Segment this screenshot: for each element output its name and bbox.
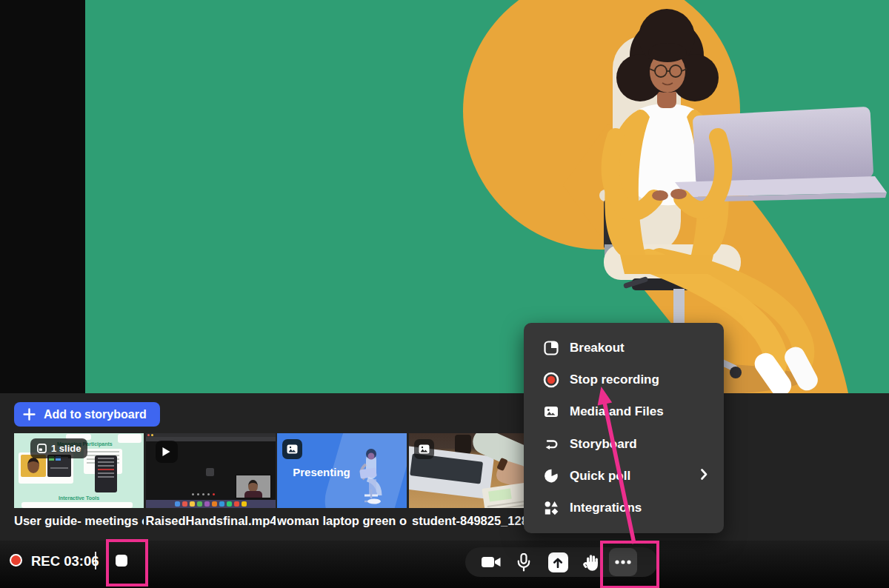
menu-item-breakout[interactable]: Breakout xyxy=(524,332,724,364)
raise-hand-icon xyxy=(583,553,601,572)
menu-item-media-and-files[interactable]: Media and Files xyxy=(524,396,724,428)
breakout-icon xyxy=(543,341,559,355)
microphone-icon xyxy=(517,553,530,572)
recording-indicator-dot xyxy=(10,554,22,567)
stop-recording-button[interactable] xyxy=(116,555,127,567)
slide-box xyxy=(118,434,141,443)
media-icon xyxy=(543,405,559,418)
upload-arrow-icon xyxy=(553,557,563,568)
camera-button[interactable] xyxy=(476,547,506,577)
add-to-storyboard-label: Add to storyboard xyxy=(44,408,147,421)
thumbnail-caption: woman laptop green o… xyxy=(277,514,407,528)
thumbnail-caption: RaisedHandsfinal.mp4 xyxy=(146,514,276,528)
storyboard-panel: Add to storyboard Managing Participants … xyxy=(0,393,889,541)
thumbnail-presenting[interactable]: Presenting xyxy=(277,433,407,508)
thumbnail-video[interactable] xyxy=(146,433,276,508)
microphone-button[interactable] xyxy=(509,547,539,577)
raise-hand-button[interactable] xyxy=(577,547,607,577)
slide-box xyxy=(21,502,133,508)
menu-item-quick-poll[interactable]: Quick poll xyxy=(524,460,724,492)
more-dots-icon xyxy=(615,560,631,564)
plus-icon xyxy=(23,408,36,421)
thumbnail-caption: User guide- meetings c… xyxy=(14,514,144,528)
menu-item-stop-recording[interactable]: Stop recording xyxy=(524,364,724,395)
control-bar xyxy=(0,541,889,588)
share-upload-button[interactable] xyxy=(543,547,573,577)
image-badge xyxy=(282,439,302,459)
toolbar-pill xyxy=(465,547,658,577)
stage-canvas xyxy=(0,0,889,393)
presenter-illustration xyxy=(85,0,889,393)
menu-item-integrations[interactable]: Integrations xyxy=(524,492,724,524)
slide-sidebar xyxy=(95,455,117,492)
poll-icon xyxy=(543,468,559,484)
thumbnail-photo[interactable] xyxy=(409,433,539,508)
play-icon xyxy=(162,447,170,457)
image-badge xyxy=(414,439,434,459)
webcam-preview xyxy=(236,475,271,498)
slide-heading-2: Interactive Tools xyxy=(59,495,99,501)
storyboard-icon xyxy=(543,437,559,452)
image-icon xyxy=(419,444,430,454)
slide-count-badge: 1 slide xyxy=(30,438,87,458)
menu-item-storyboard[interactable]: Storyboard xyxy=(524,428,724,460)
more-options-button[interactable] xyxy=(609,548,637,576)
play-badge xyxy=(156,441,178,463)
presenting-overlay-label: Presenting xyxy=(277,466,366,478)
dock-strip xyxy=(146,500,276,508)
integrations-icon xyxy=(543,501,559,515)
camera-icon xyxy=(482,555,501,569)
more-options-menu: Breakout Stop recording Media and Files xyxy=(524,323,724,533)
recording-timer: REC 03:06 xyxy=(31,553,99,569)
image-icon xyxy=(287,444,298,454)
add-to-storyboard-button[interactable]: Add to storyboard xyxy=(14,402,160,427)
chevron-right-icon xyxy=(701,469,707,483)
slides-icon xyxy=(37,444,47,453)
thumbnail-slides[interactable]: Managing Participants Interactive Tools xyxy=(14,433,144,508)
record-icon xyxy=(543,372,559,388)
divider xyxy=(95,552,96,569)
thumbnail-caption: student-849825_1280 xyxy=(409,514,539,528)
